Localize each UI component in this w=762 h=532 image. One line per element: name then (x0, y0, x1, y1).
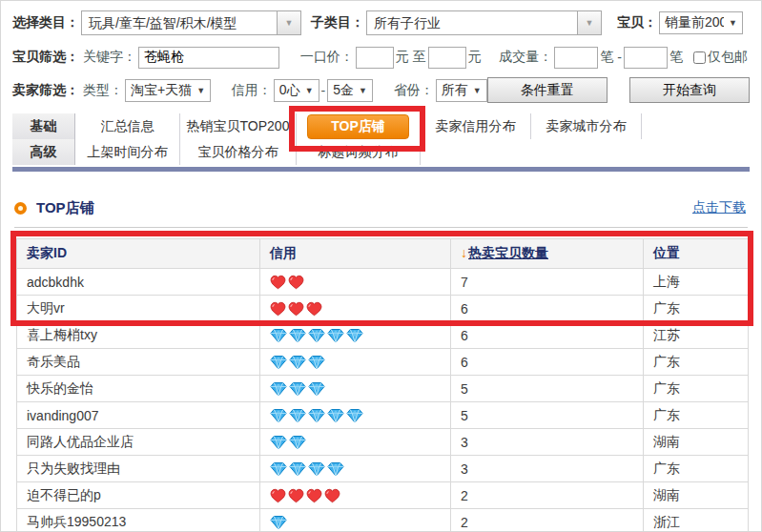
heart-icon (324, 488, 340, 503)
filter-row-category: 选择类目： 玩具/童车/益智/积木/模型 ▼ 子类目： 所有子行业 ▼ 宝贝： … (12, 9, 750, 37)
table-row[interactable]: ivanding007 5 广东 (17, 402, 749, 429)
credit-cell (260, 376, 451, 402)
hot-items-cell: 7 (451, 269, 644, 296)
tab-price-distribution[interactable]: 宝贝价格分布 (180, 139, 297, 165)
table-row[interactable]: 喜上梅梢txy 6 江苏 (17, 322, 749, 349)
tab-top-shops[interactable]: TOP店铺 (297, 113, 421, 139)
credit-max-select[interactable]: 5金 ▼ (327, 79, 373, 102)
credit-dash: - (321, 83, 326, 98)
table-row[interactable]: 同路人优品企业店 3 湖南 (17, 429, 749, 456)
table-row[interactable]: 只为失败找理由 3 广东 (17, 456, 749, 482)
reset-button[interactable]: 条件重置 (487, 77, 608, 103)
credit-min-select[interactable]: 0心 ▼ (274, 79, 319, 102)
table-row[interactable]: 奇乐美品 6 广东 (17, 349, 749, 376)
chevron-down-icon: ▼ (196, 86, 205, 95)
section-divider (14, 227, 748, 228)
heart-icon (270, 488, 286, 503)
diamond-icon (270, 355, 287, 370)
unit-yuan-2: 元 (468, 49, 482, 66)
location-cell: 湖南 (644, 429, 749, 456)
unit-bi-2: 笔 (669, 49, 683, 66)
app-window: 选择类目： 玩具/童车/益智/积木/模型 ▼ 子类目： 所有子行业 ▼ 宝贝： … (0, 0, 762, 532)
diamond-icon (270, 435, 287, 450)
price-min-input[interactable] (356, 47, 394, 69)
table-row[interactable]: 快乐的金怡 5 广东 (17, 376, 749, 402)
to-label: 至 (413, 49, 426, 66)
diamond-icon (270, 515, 287, 530)
subcategory-value: 所有子行业 (366, 10, 578, 35)
heart-icon (270, 275, 286, 290)
table-row[interactable]: 马帅兵19950213 2 浙江 (17, 509, 749, 532)
tab-hot-items-top200[interactable]: 热销宝贝TOP200 (180, 113, 297, 139)
diamond-icon (289, 408, 306, 423)
seller-id-cell: ivanding007 (17, 402, 260, 429)
hot-items-cell: 5 (451, 376, 644, 402)
volume-min-input[interactable] (554, 47, 598, 69)
credit-cell (260, 429, 451, 456)
table-row[interactable]: adcbkdhk 7 上海 (17, 269, 749, 296)
chevron-down-icon: ▼ (359, 86, 367, 95)
location-cell: 广东 (644, 456, 749, 482)
location-cell: 广东 (644, 402, 749, 429)
table-row[interactable]: 大明vr 6 广东 (17, 296, 749, 322)
seller-id-cell: 迫不得已的p (17, 482, 260, 509)
diamond-icon (270, 461, 287, 477)
heart-icon (270, 301, 286, 317)
location-cell: 广东 (644, 296, 749, 322)
credit-cell (260, 296, 451, 322)
seller-id-cell: 喜上梅梢txy (17, 322, 260, 349)
heart-icon (306, 301, 322, 317)
credit-min-value: 0心 (279, 82, 300, 99)
tab-listing-time-distribution[interactable]: 上架时间分布 (75, 139, 180, 165)
top-shops-table-body: adcbkdhk 7 上海 大明vr 6 广东 喜上梅梢txy (17, 269, 749, 532)
search-button[interactable]: 开始查询 (629, 77, 750, 103)
category-value: 玩具/童车/益智/积木/模型 (81, 10, 278, 35)
item-select[interactable]: 销量前200 ▼ (659, 11, 743, 34)
table-row[interactable]: 迫不得已的p 2 湖南 (17, 482, 749, 509)
diamond-icon (327, 408, 344, 423)
diamond-icon (346, 408, 363, 423)
seller-filter-group-label: 卖家筛选： (12, 82, 79, 99)
download-link[interactable]: 点击下载 (692, 199, 746, 216)
chevron-down-icon[interactable]: ▼ (578, 10, 602, 35)
seller-id-cell: 马帅兵19950213 (17, 509, 260, 532)
category-dropdown[interactable]: 玩具/童车/益智/积木/模型 ▼ (81, 10, 301, 35)
chevron-down-icon[interactable]: ▼ (278, 10, 301, 35)
sorted-column-label[interactable]: 热卖宝贝数量 (468, 245, 548, 260)
free-shipping-label: 仅包邮 (708, 49, 748, 66)
chevron-down-icon: ▼ (305, 86, 314, 95)
seller-type-value: 淘宝+天猫 (131, 82, 192, 99)
diamond-icon (308, 381, 325, 397)
hot-items-cell: 2 (451, 482, 644, 509)
type-label: 类型： (83, 82, 123, 99)
filter-row-seller: 卖家筛选： 类型： 淘宝+天猫 ▼ 信用： 0心 ▼ - 5金 ▼ 省份： 所有… (12, 77, 750, 103)
seller-type-select[interactable]: 淘宝+天猫 ▼ (125, 79, 211, 102)
price-max-input[interactable] (428, 47, 466, 69)
subcategory-dropdown[interactable]: 所有子行业 ▼ (366, 10, 602, 35)
diamond-icon (327, 461, 344, 477)
heart-icon (288, 301, 304, 317)
seller-id-cell: 同路人优品企业店 (17, 429, 260, 456)
section-header: TOP店铺 点击下载 (14, 195, 746, 220)
hot-items-cell: 6 (451, 322, 644, 349)
diamond-icon (308, 408, 325, 423)
diamond-icon (289, 461, 306, 477)
diamond-icon (270, 381, 287, 397)
column-header-credit: 信用 (260, 239, 451, 269)
diamond-icon (327, 328, 344, 343)
tab-seller-city-distribution[interactable]: 卖家城市分布 (531, 113, 642, 139)
diamond-icon (308, 328, 325, 343)
tab-seller-credit-distribution[interactable]: 卖家信用分布 (421, 113, 531, 139)
credit-cell (260, 509, 451, 532)
seller-id-cell: adcbkdhk (17, 269, 260, 296)
volume-max-input[interactable] (624, 47, 668, 69)
filter-row-item: 宝贝筛选： 关键字： 一口价： 元 至 元 成交量： 笔 - 笔 仅包邮 (12, 45, 750, 70)
free-shipping-checkbox[interactable] (693, 51, 706, 64)
province-select[interactable]: 所有 ▼ (436, 79, 487, 102)
tab-title-word-frequency[interactable]: 标题词频分布 (297, 139, 421, 165)
keyword-input[interactable] (138, 47, 279, 69)
heart-icon (306, 488, 322, 503)
column-header-hot-items[interactable]: ↓热卖宝贝数量 (451, 239, 644, 269)
tab-summary[interactable]: 汇总信息 (75, 113, 180, 139)
tab-top-shops-pill[interactable]: TOP店铺 (307, 114, 409, 139)
